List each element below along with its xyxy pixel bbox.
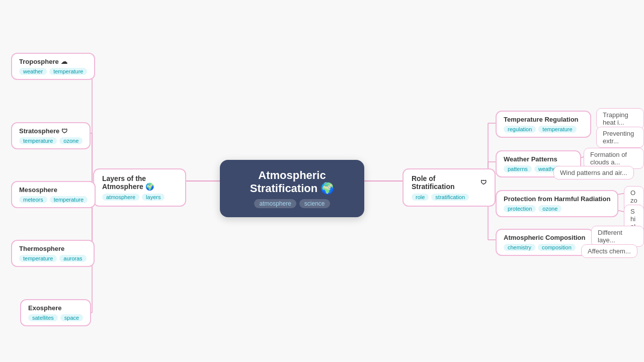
mesosphere-title: Mesosphere [19, 186, 88, 194]
troposphere-tag-weather: weather [19, 68, 47, 75]
right-branch-tag-stratification: stratification [431, 194, 469, 201]
protection-radiation-node[interactable]: Protection from Harmful Radiation protec… [496, 190, 618, 217]
left-branch-title: Layers of the Atmosphere 🌍 [102, 174, 177, 191]
exosphere-title: Exosphere [28, 304, 83, 312]
stratosphere-title: Stratosphere 🛡 [19, 127, 83, 135]
stratosphere-tag-temperature: temperature [19, 137, 57, 144]
thermosphere-tag-auroras: auroras [59, 255, 86, 262]
leaf-affects-chem: Affects chem... [581, 244, 637, 258]
temp-regulation-tag-regulation: regulation [504, 126, 536, 133]
mesosphere-node[interactable]: Mesosphere meteors temperature [11, 181, 96, 208]
exosphere-tag-satellites: satellites [28, 314, 58, 321]
protection-tag-ozone: ozone [538, 205, 561, 212]
thermosphere-title: Thermosphere [19, 245, 87, 252]
troposphere-title: Troposphere ☁ [19, 58, 87, 65]
leaf-different-layer: Different laye... [591, 226, 644, 247]
left-branch-tag-layers: layers [142, 194, 165, 201]
central-tag-atmosphere: atmosphere [254, 199, 296, 208]
protection-tag-protection: protection [504, 205, 536, 212]
mesosphere-tag-temperature: temperature [50, 196, 88, 203]
atm-comp-tag-composition: composition [538, 244, 576, 251]
right-branch-node[interactable]: Role of Stratification 🛡 role stratifica… [403, 168, 496, 207]
exosphere-node[interactable]: Exosphere satellites space [20, 299, 91, 326]
temp-regulation-node[interactable]: Temperature Regulation regulation temper… [496, 111, 591, 138]
thermosphere-node[interactable]: Thermosphere temperature auroras [11, 240, 95, 267]
atmospheric-composition-node[interactable]: Atmospheric Composition chemistry compos… [496, 229, 594, 256]
troposphere-tag-temperature: temperature [49, 68, 87, 75]
mesosphere-tag-meteors: meteors [19, 196, 47, 203]
weather-patterns-title: Weather Patterns [504, 155, 573, 163]
temp-regulation-title: Temperature Regulation [504, 116, 583, 123]
leaf-wind-patterns: Wind patterns and air... [553, 166, 634, 179]
exosphere-tag-space: space [60, 314, 83, 321]
central-tag-science: science [299, 199, 330, 208]
leaf-trapping-heat: Trapping heat i... [596, 108, 644, 129]
temp-regulation-tag-temperature: temperature [538, 126, 576, 133]
left-branch-node[interactable]: Layers of the Atmosphere 🌍 atmosphere la… [93, 168, 186, 207]
central-title: Atmospheric Stratification 🌍 [234, 169, 350, 195]
atmospheric-composition-title: Atmospheric Composition [504, 234, 586, 241]
troposphere-node[interactable]: Troposphere ☁ weather temperature [11, 53, 95, 80]
left-branch-tag-atmosphere: atmosphere [102, 194, 139, 201]
right-branch-tag-role: role [412, 194, 429, 201]
stratosphere-node[interactable]: Stratosphere 🛡 temperature ozone [11, 122, 91, 149]
protection-radiation-title: Protection from Harmful Radiation [504, 195, 610, 203]
thermosphere-tag-temperature: temperature [19, 255, 57, 262]
central-node[interactable]: Atmospheric Stratification 🌍 atmosphere … [220, 160, 364, 217]
right-branch-title: Role of Stratification 🛡 [412, 174, 487, 191]
stratosphere-tag-ozone: ozone [59, 137, 83, 144]
weather-patterns-tag-patterns: patterns [504, 165, 532, 172]
atm-comp-tag-chemistry: chemistry [504, 244, 535, 251]
leaf-preventing-extr: Preventing extr... [596, 127, 644, 148]
